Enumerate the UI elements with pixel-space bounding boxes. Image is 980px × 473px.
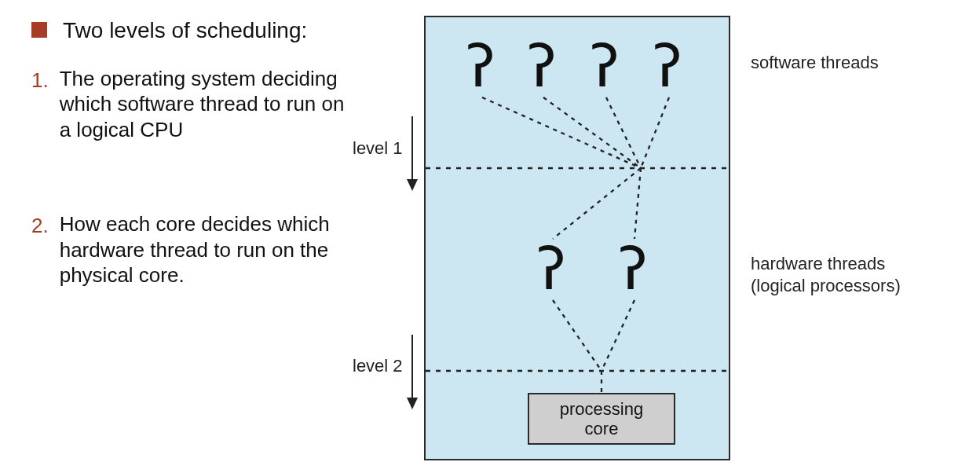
svg-line-9	[602, 300, 634, 371]
bullet-square-icon	[31, 22, 47, 38]
hardware-threads-label: hardware threads (logical processors)	[751, 253, 901, 296]
processing-core-box: processing core	[528, 393, 675, 445]
level2-label: level 2	[353, 356, 403, 376]
svg-line-2	[482, 97, 641, 168]
item-2-body: How each core decides which hardware thr…	[60, 211, 346, 288]
hardware-thread-glyph-2: ʕ	[617, 240, 647, 299]
hardware-threads-label-line2: (logical processors)	[751, 275, 901, 297]
level1-arrow-icon	[405, 116, 419, 191]
level1-label: level 1	[353, 138, 403, 159]
item-1-marker: 1.	[31, 68, 49, 94]
item-2-marker: 2.	[31, 213, 49, 239]
svg-marker-12	[407, 179, 418, 191]
software-threads-label: software threads	[751, 52, 879, 74]
software-thread-glyph-1: ʕ	[465, 38, 495, 96]
svg-line-6	[553, 168, 641, 239]
svg-line-8	[553, 300, 602, 371]
software-thread-glyph-4: ʕ	[652, 38, 682, 96]
svg-line-4	[606, 97, 641, 168]
item-1-body: The operating system deciding which soft…	[60, 66, 346, 143]
heading-text: Two levels of scheduling:	[63, 17, 307, 44]
hardware-thread-glyph-1: ʕ	[536, 240, 565, 299]
diagram-box: ʕ ʕ ʕ ʕ ʕ ʕ processing core	[424, 16, 730, 460]
bullet-heading-row: Two levels of scheduling:	[31, 17, 346, 44]
svg-marker-14	[407, 398, 418, 409]
slide-root: Two levels of scheduling: 1. The operati…	[0, 0, 980, 473]
level2-arrow-icon	[405, 335, 419, 409]
svg-line-5	[641, 97, 669, 168]
svg-line-7	[634, 168, 641, 239]
core-label-line2: core	[529, 419, 674, 438]
core-label-line1: processing	[529, 399, 674, 419]
numbered-item-1: 1. The operating system deciding which s…	[31, 66, 346, 143]
software-thread-glyph-3: ʕ	[589, 38, 619, 96]
svg-line-3	[543, 97, 641, 168]
hardware-threads-label-line1: hardware threads	[751, 253, 901, 275]
software-thread-glyph-2: ʕ	[526, 38, 556, 96]
text-column: Two levels of scheduling: 1. The operati…	[31, 17, 346, 317]
numbered-item-2: 2. How each core decides which hardware …	[31, 211, 346, 288]
